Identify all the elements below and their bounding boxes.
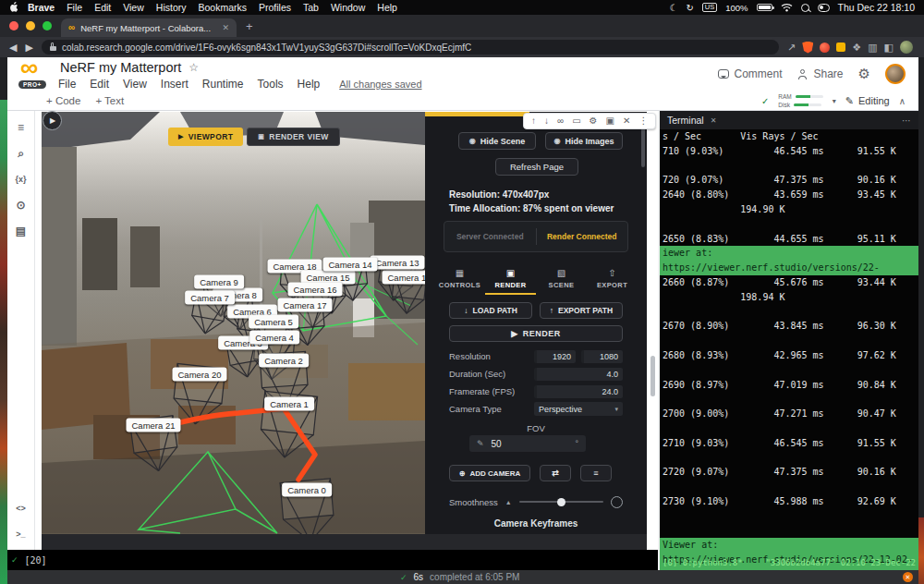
- menu-view[interactable]: View: [123, 78, 147, 91]
- terminal-menu-icon[interactable]: ⋯: [902, 116, 911, 126]
- code-snippets-icon[interactable]: <>: [16, 503, 26, 515]
- add-text-button[interactable]: + Text: [95, 95, 124, 106]
- set-pose-button[interactable]: ⇄: [540, 465, 571, 481]
- field-input[interactable]: 1080: [581, 350, 623, 363]
- menu-insert[interactable]: Insert: [161, 78, 188, 91]
- terminal-title[interactable]: Terminal: [667, 115, 704, 126]
- camera-label[interactable]: Camera 17: [278, 298, 333, 312]
- tab-scene[interactable]: ▧SCENE: [536, 262, 587, 295]
- camera-label[interactable]: Camera 13: [371, 256, 425, 270]
- field-input[interactable]: 1920: [534, 350, 576, 363]
- menu-edit[interactable]: Edit: [90, 78, 109, 91]
- tab-controls[interactable]: ▦CONTROLS: [434, 262, 485, 295]
- tab-close-icon[interactable]: ✕: [222, 23, 229, 32]
- more-actions-icon[interactable]: ⋮: [638, 116, 648, 126]
- spotlight-search-icon[interactable]: [801, 4, 809, 12]
- add-code-button[interactable]: + Code: [46, 95, 80, 106]
- smoothness-slider[interactable]: [519, 501, 603, 503]
- fov-input[interactable]: ✎ 50 °: [469, 435, 586, 452]
- camera-label[interactable]: Camera 5: [249, 315, 298, 329]
- field-input[interactable]: 4.0: [534, 368, 623, 381]
- camera-label[interactable]: Camera 4: [249, 331, 299, 345]
- brave-rewards-icon[interactable]: [820, 43, 830, 53]
- hide-scene-button[interactable]: ◉ Hide Scene: [458, 132, 536, 150]
- control-center-icon[interactable]: [818, 4, 830, 12]
- extension-badge-icon[interactable]: [836, 43, 845, 52]
- menubar-item-history[interactable]: History: [156, 2, 187, 13]
- wallet-icon[interactable]: ◧: [884, 42, 894, 53]
- menubar-clock[interactable]: Thu Dec 22 18:10: [838, 2, 915, 13]
- variables-icon[interactable]: {x}: [15, 174, 26, 186]
- colab-logo[interactable]: ∞: [20, 54, 36, 82]
- camera-label[interactable]: Camera 2: [259, 354, 309, 368]
- viewport-tab-button[interactable]: ▶ VIEWPORT: [168, 128, 243, 146]
- camera-label[interactable]: Camera 7: [185, 291, 235, 305]
- move-cell-down-icon[interactable]: ↓: [544, 116, 549, 126]
- align-button[interactable]: ≡: [580, 465, 612, 481]
- resource-monitor[interactable]: RAM Disk: [778, 93, 822, 108]
- zoom-window-button[interactable]: [43, 21, 52, 30]
- notebook-title[interactable]: NeRF my Matterport: [60, 60, 181, 75]
- browser-tab[interactable]: ∞ NeRF my Matterport - Colabora... ✕: [61, 18, 237, 37]
- back-button[interactable]: ◀: [9, 43, 17, 53]
- wifi-icon[interactable]: [781, 3, 793, 12]
- menubar-item-tab[interactable]: Tab: [303, 2, 319, 13]
- settings-gear-icon[interactable]: ⚙: [858, 66, 870, 82]
- save-status[interactable]: All changes saved: [339, 79, 421, 90]
- menubar-item-help[interactable]: Help: [377, 2, 397, 13]
- collapse-header-icon[interactable]: ∧: [899, 96, 906, 106]
- camera-label[interactable]: Camera 12: [383, 271, 426, 285]
- menubar-item-profiles[interactable]: Profiles: [259, 2, 291, 13]
- menu-tools[interactable]: Tools: [258, 78, 284, 91]
- cycle-button[interactable]: [611, 496, 623, 508]
- new-tab-button[interactable]: +: [246, 19, 253, 33]
- brave-shields-icon[interactable]: [802, 42, 813, 54]
- mirror-cell-icon[interactable]: ▣: [606, 116, 614, 126]
- delete-cell-icon[interactable]: ✕: [623, 116, 630, 126]
- do-not-disturb-icon[interactable]: ☾: [669, 3, 677, 13]
- search-icon[interactable]: ⌕: [18, 148, 24, 160]
- close-window-button[interactable]: [9, 21, 18, 30]
- menubar-item-bookmarks[interactable]: Bookmarks: [198, 2, 247, 13]
- url-bar[interactable]: colab.research.google.com/drive/1F6-ovyk…: [42, 40, 779, 55]
- editing-mode-button[interactable]: ✎ Editing: [845, 95, 890, 107]
- share-button[interactable]: Share: [797, 67, 844, 80]
- move-cell-up-icon[interactable]: ↑: [531, 116, 536, 126]
- tab-export[interactable]: ⇧EXPORT: [587, 262, 638, 295]
- camera-label[interactable]: Camera 14: [323, 258, 378, 272]
- menubar-item-brave[interactable]: Brave: [28, 2, 55, 13]
- camera-label[interactable]: Camera 21: [127, 419, 181, 432]
- render-button[interactable]: ▶ RENDER: [449, 325, 623, 342]
- camera-label[interactable]: Camera 9: [194, 275, 244, 289]
- slider-thumb[interactable]: [557, 498, 565, 506]
- comment-icon[interactable]: ▭: [572, 116, 580, 126]
- menubar-item-file[interactable]: File: [67, 2, 82, 13]
- forward-button[interactable]: ▶: [25, 43, 32, 53]
- terminal-icon[interactable]: >_: [16, 529, 25, 541]
- sidebar-toggle-icon[interactable]: ▥: [868, 42, 877, 53]
- nerf-viewport[interactable]: Camera 13Camera 14Camera 18Camera 15Came…: [42, 112, 425, 534]
- terminal-output[interactable]: s / Sec Vis Rays / Sec710 (9.03%) 46.545…: [660, 129, 918, 582]
- files-icon[interactable]: ▤: [16, 225, 26, 237]
- add-camera-button[interactable]: ⊕ ADD CAMERA: [449, 465, 530, 481]
- extensions-icon[interactable]: ❖: [852, 42, 861, 53]
- comment-button[interactable]: Comment: [718, 67, 783, 80]
- menubar-item-window[interactable]: Window: [331, 2, 365, 13]
- hide-images-button[interactable]: ◉ Hide Images: [545, 132, 623, 150]
- camera-label[interactable]: Camera 1: [264, 397, 314, 411]
- star-icon[interactable]: ☆: [188, 61, 199, 74]
- camera-label[interactable]: Camera 0: [282, 483, 332, 497]
- menubar-item-view[interactable]: View: [123, 2, 144, 13]
- secrets-icon[interactable]: ⊙: [16, 200, 25, 212]
- camera-label[interactable]: Camera 20: [173, 368, 227, 382]
- tab-render[interactable]: ▣RENDER: [485, 262, 536, 295]
- menu-help[interactable]: Help: [298, 78, 321, 91]
- share-icon[interactable]: ↗: [787, 42, 796, 53]
- load-path-button[interactable]: ↓ LOAD PATH: [449, 302, 532, 319]
- resource-caret-icon[interactable]: ▾: [833, 97, 836, 105]
- menubar-item-edit[interactable]: Edit: [94, 2, 111, 13]
- minimize-window-button[interactable]: [26, 21, 35, 30]
- keyboard-layout-badge[interactable]: US: [702, 3, 717, 12]
- profile-avatar[interactable]: [900, 41, 913, 54]
- menu-file[interactable]: File: [58, 78, 76, 91]
